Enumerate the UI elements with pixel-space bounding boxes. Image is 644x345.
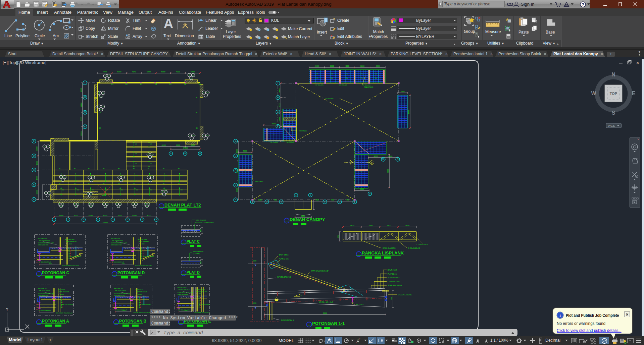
svg-text:6000: 6000 <box>191 71 195 73</box>
svg-text:K1: K1 <box>196 127 198 129</box>
svg-text:WF 200x150x6x9: WF 200x150x6x9 <box>143 255 154 257</box>
svg-text:WF 250 x 125: WF 250 x 125 <box>285 110 293 111</box>
svg-text:B: B <box>148 177 149 178</box>
svg-text:C30: C30 <box>206 135 209 136</box>
svg-text:B: B <box>116 203 117 205</box>
svg-text:B: B <box>133 203 134 205</box>
svg-text:Ld: Ld <box>90 206 92 207</box>
svg-text:TREKSTANG: TREKSTANG <box>255 181 263 182</box>
svg-text:4000: 4000 <box>387 169 389 173</box>
svg-text:1500: 1500 <box>405 225 409 227</box>
svg-text:WF 250x125: WF 250x125 <box>315 84 324 86</box>
svg-text:B1: B1 <box>103 168 105 170</box>
svg-text:4800: 4800 <box>376 65 380 67</box>
svg-text:PLAT 12 mm: PLAT 12 mm <box>388 273 397 275</box>
svg-text:120: 120 <box>200 261 202 264</box>
svg-text:PL: PL <box>402 110 404 112</box>
svg-text:WF 200x150x6x9: WF 200x150x6x9 <box>140 303 151 305</box>
svg-text:B1: B1 <box>163 183 165 184</box>
svg-text:8000: 8000 <box>59 215 63 217</box>
svg-text:PL: PL <box>244 170 246 171</box>
svg-text:1000: 1000 <box>121 263 125 264</box>
svg-text:WF 250x100: WF 250x100 <box>287 141 294 143</box>
svg-text:K1: K1 <box>140 83 142 85</box>
svg-text:KOLOM WF 250x250x9x14: KOLOM WF 250x250x9x14 <box>135 265 152 267</box>
svg-text:I: I <box>278 82 278 84</box>
svg-text:WF 250x125x6x9: WF 250x125x6x9 <box>179 289 190 291</box>
svg-text:Ld: Ld <box>100 109 102 111</box>
svg-text:B1: B1 <box>118 183 120 184</box>
svg-text:D: D <box>235 155 237 157</box>
svg-text:TOP: TOP <box>610 92 617 96</box>
svg-text:6000: 6000 <box>243 150 247 152</box>
svg-text:B: B <box>59 203 60 205</box>
svg-text:>_: >_ <box>151 331 156 335</box>
svg-text:S: S <box>612 110 615 116</box>
svg-text:K1: K1 <box>196 97 198 99</box>
svg-text:PL: PL <box>361 170 363 172</box>
svg-text:WIRE MESH M8: WIRE MESH M8 <box>114 294 125 296</box>
svg-text:STEEL CLADDING: STEEL CLADDING <box>383 247 396 249</box>
svg-text:KOLOM WF 250x250x9x14: KOLOM WF 250x250x9x14 <box>134 312 150 313</box>
svg-text:[−][Top][2D Wireframe]: [−][Top][2D Wireframe] <box>3 60 46 65</box>
svg-text:1000: 1000 <box>122 309 126 311</box>
svg-text:6000: 6000 <box>176 144 180 146</box>
svg-text:B1: B1 <box>148 168 150 170</box>
svg-text:PLAT 12 mm: PLAT 12 mm <box>279 258 289 260</box>
svg-text:+3600: +3600 <box>198 293 202 294</box>
svg-text:160: 160 <box>136 175 138 176</box>
svg-text:160: 160 <box>77 175 79 176</box>
svg-text:4000: 4000 <box>315 65 319 67</box>
svg-text:B: B <box>46 192 47 194</box>
svg-text:B: B <box>88 193 89 195</box>
svg-text:5400: 5400 <box>89 215 93 217</box>
svg-text:10: 10 <box>382 158 385 160</box>
svg-text:2: 2 <box>67 218 69 221</box>
svg-text:BETON K-250: BETON K-250 <box>38 237 47 239</box>
svg-text:C30: C30 <box>135 204 137 205</box>
svg-text:WIRE MESH M8: WIRE MESH M8 <box>136 291 147 293</box>
svg-text:**** No System Variable Change: **** No System Variable Changed **** <box>151 316 238 321</box>
svg-text:B1: B1 <box>133 168 135 170</box>
svg-text:B: B <box>105 75 106 77</box>
svg-text:160: 160 <box>62 189 64 191</box>
svg-text:B: B <box>203 92 204 94</box>
svg-text:A: A <box>33 198 35 200</box>
svg-text:PL: PL <box>375 73 377 75</box>
svg-text:B: B <box>189 135 190 136</box>
svg-text:WIRE MESH M8: WIRE MESH M8 <box>111 244 122 246</box>
svg-text:11: 11 <box>397 158 399 160</box>
svg-text:4000: 4000 <box>176 71 180 73</box>
svg-text:B1: B1 <box>103 183 105 184</box>
svg-text:C30: C30 <box>61 204 64 205</box>
svg-text:POTONGAN A: POTONGAN A <box>42 319 69 324</box>
svg-text:6000: 6000 <box>36 147 38 151</box>
svg-text:160: 160 <box>92 189 94 191</box>
svg-text:C30: C30 <box>122 177 124 178</box>
svg-text:Ld: Ld <box>76 206 77 207</box>
svg-text:8: 8 <box>354 200 355 203</box>
svg-text:+6000: +6000 <box>252 260 256 262</box>
svg-text:6000: 6000 <box>103 215 107 217</box>
svg-text:WF 250x100: WF 250x100 <box>270 141 278 143</box>
svg-text:B1: B1 <box>59 168 61 170</box>
svg-text:5000: 5000 <box>36 161 38 165</box>
svg-text:14000: 14000 <box>183 147 188 149</box>
svg-text:K1: K1 <box>196 112 198 114</box>
svg-text:B: B <box>145 203 146 205</box>
svg-text:PLAT C: PLAT C <box>187 239 200 243</box>
svg-text:6000: 6000 <box>117 71 121 73</box>
svg-text:5000: 5000 <box>279 89 281 93</box>
svg-text:9000: 9000 <box>323 312 327 314</box>
svg-text:G: G <box>84 111 86 113</box>
svg-text:B: B <box>60 176 61 178</box>
svg-text:WF 250x125: WF 250x125 <box>339 84 347 86</box>
svg-text:PL: PL <box>361 77 363 79</box>
svg-text:B1: B1 <box>88 168 90 170</box>
svg-text:B1: B1 <box>74 168 76 170</box>
svg-text:C30: C30 <box>192 75 194 76</box>
svg-text:1000: 1000 <box>46 310 49 311</box>
svg-text:WF 200x100x5.5x8: WF 200x100x5.5x8 <box>39 309 51 311</box>
svg-text:WF 250x125x6x9: WF 250x125x6x9 <box>115 290 126 291</box>
svg-text:Ld: Ld <box>106 78 108 80</box>
